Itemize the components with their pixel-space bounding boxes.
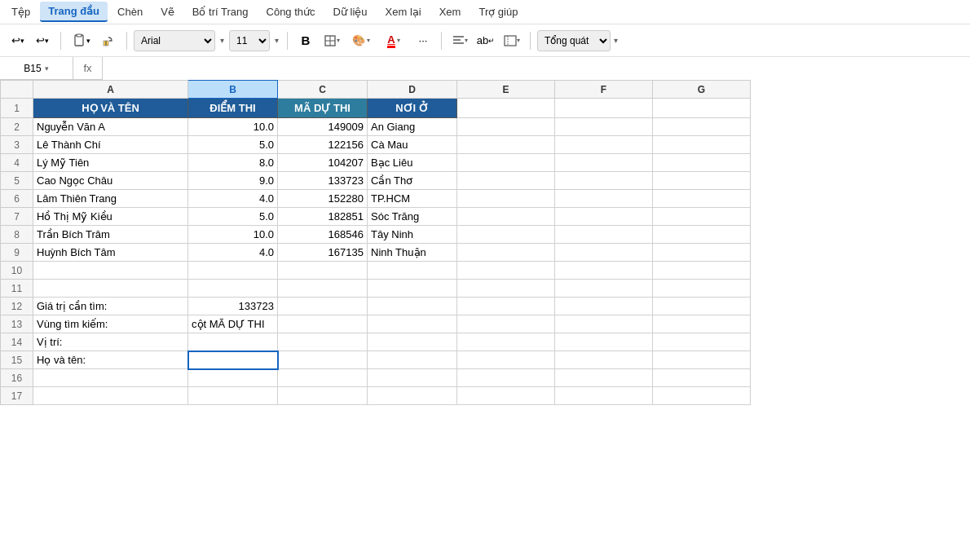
row-num[interactable]: 7 xyxy=(1,208,33,226)
row-num[interactable]: 2 xyxy=(1,118,33,136)
clipboard-button[interactable]: ▾ xyxy=(68,30,94,51)
redo-button[interactable]: ↩▾ xyxy=(31,30,54,51)
col-header-f[interactable]: F xyxy=(555,81,653,99)
cell-name[interactable]: Cao Ngọc Châu xyxy=(33,172,188,190)
row-num-11[interactable]: 11 xyxy=(1,280,33,298)
cell-code[interactable]: 104207 xyxy=(278,154,368,172)
cell-place[interactable]: Cần Thơ xyxy=(368,172,457,190)
header-noi-o[interactable]: NƠI Ở xyxy=(368,99,457,118)
col-header-e[interactable]: E xyxy=(457,81,555,99)
fill-color-button[interactable]: 🎨▾ xyxy=(346,30,376,51)
cell-value-13b[interactable]: cột MÃ DỰ THI xyxy=(188,315,278,333)
formula-input[interactable] xyxy=(103,57,970,80)
font-select[interactable]: Arial xyxy=(134,30,215,51)
cell-name[interactable]: Hồ Thị Mỹ Kiều xyxy=(33,208,188,226)
menu-review[interactable]: Xem lại xyxy=(377,2,430,21)
cell-g[interactable] xyxy=(653,118,751,136)
header-diem-thi[interactable]: ĐIỂM THI xyxy=(188,99,278,118)
cell-name[interactable]: Lê Thành Chí xyxy=(33,136,188,154)
cell-code[interactable]: 122156 xyxy=(278,136,368,154)
cell-code[interactable]: 133723 xyxy=(278,172,368,190)
cell-code[interactable]: 182851 xyxy=(278,208,368,226)
cell-score[interactable]: 10.0 xyxy=(188,118,278,136)
cell-place[interactable]: Sóc Trăng xyxy=(368,208,457,226)
menu-file[interactable]: Tệp xyxy=(3,2,38,21)
col-header-a[interactable]: A xyxy=(33,81,188,99)
menu-help[interactable]: Trợ giúp xyxy=(470,2,526,21)
row-num[interactable]: 8 xyxy=(1,226,33,244)
col-header-d[interactable]: D xyxy=(368,81,457,99)
col-header-g[interactable]: G xyxy=(653,81,751,99)
cell-place[interactable]: Cà Mau xyxy=(368,136,457,154)
row-num-10[interactable]: 10 xyxy=(1,262,33,280)
cell-reference[interactable]: B15 ▾ xyxy=(0,57,73,80)
menu-home[interactable]: Trang đầu xyxy=(40,2,108,22)
cell-place[interactable]: Bạc Liêu xyxy=(368,154,457,172)
cell-name[interactable]: Huỳnh Bích Tâm xyxy=(33,244,188,262)
row-num-14[interactable]: 14 xyxy=(1,333,33,351)
cell-name[interactable]: Nguyễn Văn A xyxy=(33,118,188,136)
cell-score[interactable]: 5.0 xyxy=(188,136,278,154)
undo-button[interactable]: ↩▾ xyxy=(7,30,29,51)
cell-score[interactable]: 9.0 xyxy=(188,172,278,190)
align-button[interactable]: ▾ xyxy=(448,30,471,51)
row-num-12[interactable]: 12 xyxy=(1,298,33,315)
more-button[interactable]: ··· xyxy=(412,30,434,51)
menu-formula[interactable]: Công thức xyxy=(258,2,324,21)
cell-score[interactable]: 4.0 xyxy=(188,190,278,208)
row-num-16[interactable]: 16 xyxy=(1,369,33,387)
cell-code[interactable]: 168546 xyxy=(278,226,368,244)
row-num-17[interactable]: 17 xyxy=(1,387,33,405)
cell-name[interactable]: Trần Bích Trâm xyxy=(33,226,188,244)
row-num[interactable]: 4 xyxy=(1,154,33,172)
cell-value-12b[interactable]: 133723 xyxy=(188,298,278,315)
header-ma-du-thi[interactable]: MÃ DỰ THI xyxy=(278,99,368,118)
row-num[interactable]: 3 xyxy=(1,136,33,154)
cell-value-14b[interactable] xyxy=(188,333,278,351)
row-num-15[interactable]: 15 xyxy=(1,351,33,369)
header-ho-va-ten[interactable]: HỌ VÀ TÊN xyxy=(33,99,188,118)
merge-button[interactable]: ▾ xyxy=(500,30,523,51)
cell-score[interactable]: 10.0 xyxy=(188,226,278,244)
cell-1e[interactable] xyxy=(457,99,555,118)
row-num[interactable]: 6 xyxy=(1,190,33,208)
cell-score[interactable]: 8.0 xyxy=(188,154,278,172)
menu-draw[interactable]: Vẽ xyxy=(152,2,183,21)
font-size-select[interactable]: 11 xyxy=(229,30,270,51)
cell-place[interactable]: Tây Ninh xyxy=(368,226,457,244)
cell-score[interactable]: 4.0 xyxy=(188,244,278,262)
col-header-b[interactable]: B xyxy=(188,81,278,99)
menu-insert[interactable]: Chèn xyxy=(109,2,151,21)
cell-label-14a[interactable]: Vị trí: xyxy=(33,333,188,351)
format-painter-button[interactable] xyxy=(97,30,120,51)
menu-data[interactable]: Dữ liệu xyxy=(325,2,376,21)
cell-1f[interactable] xyxy=(555,99,653,118)
cell-label-15a[interactable]: Họ và tên: xyxy=(33,351,188,369)
cell-e[interactable] xyxy=(457,118,555,136)
font-color-button[interactable]: A▾ xyxy=(379,30,408,51)
cell-place[interactable]: An Giang xyxy=(368,118,457,136)
bold-button[interactable]: B xyxy=(294,30,317,51)
row-num[interactable]: 5 xyxy=(1,172,33,190)
cell-code[interactable]: 167135 xyxy=(278,244,368,262)
cell-name[interactable]: Lý Mỹ Tiên xyxy=(33,154,188,172)
cell-score[interactable]: 5.0 xyxy=(188,208,278,226)
cell-code[interactable]: 149009 xyxy=(278,118,368,136)
cell-label-12a[interactable]: Giá trị cần tìm: xyxy=(33,298,188,315)
number-format-select[interactable]: Tổng quát xyxy=(537,30,611,51)
cell-f[interactable] xyxy=(555,118,653,136)
row-num-13[interactable]: 13 xyxy=(1,315,33,333)
row-num[interactable]: 9 xyxy=(1,244,33,262)
borders-button[interactable]: ▾ xyxy=(320,30,343,51)
cell-1g[interactable] xyxy=(653,99,751,118)
cell-place[interactable]: TP.HCM xyxy=(368,190,457,208)
cell-name[interactable]: Lâm Thiên Trang xyxy=(33,190,188,208)
row-num-1[interactable]: 1 xyxy=(1,99,33,118)
col-header-c[interactable]: C xyxy=(278,81,368,99)
cell-place[interactable]: Ninh Thuận xyxy=(368,244,457,262)
wrap-button[interactable]: ab↵ xyxy=(474,30,497,51)
cell-label-13a[interactable]: Vùng tìm kiếm: xyxy=(33,315,188,333)
menu-view[interactable]: Xem xyxy=(431,2,470,21)
cell-code[interactable]: 152280 xyxy=(278,190,368,208)
cell-b15-active[interactable] xyxy=(188,351,278,369)
